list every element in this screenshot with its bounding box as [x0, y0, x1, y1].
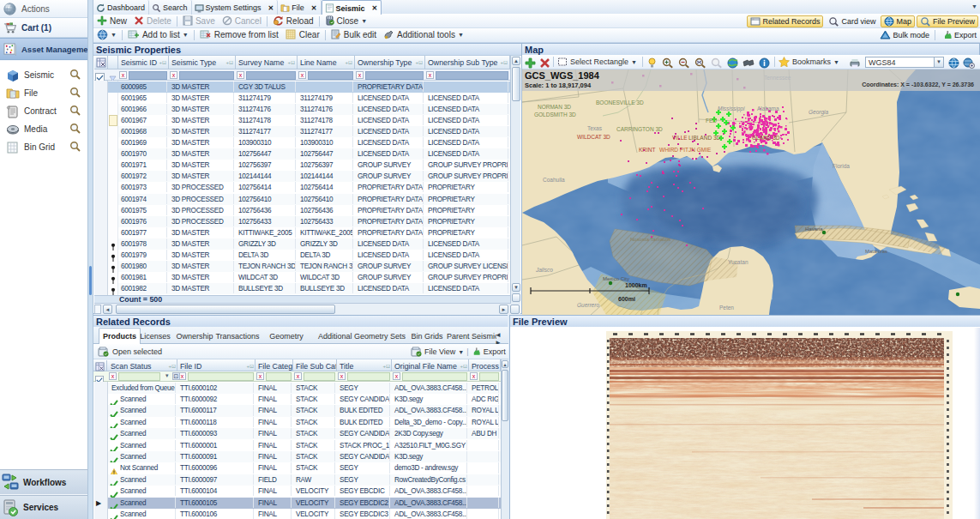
- svg-text:Coordinates: X = -103.6322, Y: Coordinates: X = -103.6322, Y = 26.3736: [862, 81, 974, 88]
- svg-text:Georgia: Georgia: [809, 109, 829, 116]
- svg-text:Havana: Havana: [805, 226, 823, 232]
- svg-text:Mississippi: Mississippi: [718, 106, 745, 112]
- svg-text:Peten: Peten: [719, 305, 734, 311]
- svg-text:GOLDSMITH 3D: GOLDSMITH 3D: [534, 112, 576, 118]
- svg-text:Mexico City: Mexico City: [603, 276, 629, 281]
- svg-text:Texas: Texas: [587, 125, 603, 131]
- svg-text:BOONESVILLE 3D: BOONESVILLE 3D: [596, 100, 644, 106]
- svg-text:GLAND 3D: GLAND 3D: [752, 135, 780, 141]
- svg-text:Guerrero: Guerrero: [577, 302, 599, 308]
- svg-text:CARRINGTON 3D: CARRINGTON 3D: [616, 126, 663, 132]
- svg-text:LIBLAND 3D: LIBLAND 3D: [688, 135, 721, 141]
- svg-text:WHIRD PITJN GMIE: WHIRD PITJN GMIE: [659, 147, 712, 153]
- svg-text:Nososta Tamaulis: Nososta Tamaulis: [630, 237, 670, 242]
- svg-text:Yucatan: Yucatan: [728, 259, 749, 265]
- svg-text:VILLE: VILLE: [672, 135, 688, 141]
- svg-text:600mi: 600mi: [618, 296, 635, 302]
- svg-text:Jalisco: Jalisco: [535, 267, 553, 273]
- svg-text:Alabama: Alabama: [757, 106, 779, 112]
- svg-text:Scale: 1 to 18,917,094: Scale: 1 to 18,917,094: [525, 81, 592, 89]
- svg-text:WILDCAT 3D: WILDCAT 3D: [577, 134, 610, 140]
- svg-text:Coahuila: Coahuila: [543, 177, 565, 183]
- svg-text:FED: FED: [706, 118, 717, 124]
- svg-text:1000km: 1000km: [625, 282, 647, 288]
- svg-text:NORMAN 3D: NORMAN 3D: [538, 104, 571, 110]
- svg-text:GCS_WGS_1984: GCS_WGS_1984: [525, 70, 600, 81]
- svg-text:Matanzas: Matanzas: [865, 249, 887, 254]
- svg-text:Florida: Florida: [833, 163, 850, 169]
- svg-text:KRINT: KRINT: [639, 147, 656, 153]
